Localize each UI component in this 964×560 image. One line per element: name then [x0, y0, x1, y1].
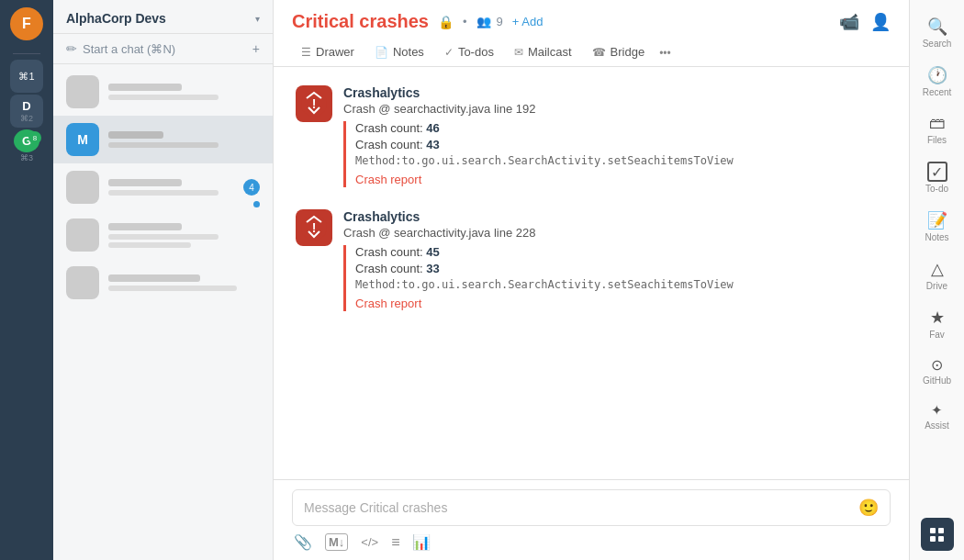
sidebar-sub2-placeholder: [108, 242, 191, 248]
workspace-3[interactable]: G 8 ⌘3: [10, 129, 43, 162]
input-toolbar: 📎 M↓ </> ≡ 📊: [292, 533, 891, 551]
search-label: Search: [923, 39, 952, 49]
notes-panel-item[interactable]: 📝 Notes: [910, 203, 964, 250]
message-input-box[interactable]: Message Critical crashes 🙂: [292, 489, 891, 526]
tab-notes-label: Notes: [393, 45, 424, 59]
sidebar-avatar: [66, 266, 99, 299]
tab-bridge[interactable]: ☎ Bridge: [583, 39, 655, 66]
github-panel-item[interactable]: ⊙ GitHub: [910, 349, 964, 393]
crash-subtitle-2: Crash @ searchactivity.java line 228: [343, 226, 887, 240]
message-2-body: Crash count: 45 Crash count: 33 Method:t…: [343, 245, 887, 311]
sidebar-compose[interactable]: ✏ Start a chat (⌘N) +: [53, 34, 273, 64]
sidebar-item-active[interactable]: M: [53, 116, 273, 163]
crash-report-link-1[interactable]: Crash report: [355, 173, 421, 186]
markdown-button[interactable]: M↓: [325, 533, 348, 551]
recent-panel-item[interactable]: 🕐 Recent: [910, 58, 964, 105]
assist-panel-item[interactable]: ✦ Assist: [910, 395, 964, 438]
workspace-2-label: ⌘2: [20, 114, 33, 123]
todo-panel-item[interactable]: ✓ To-do: [910, 154, 964, 201]
files-panel-item[interactable]: 🗃 Files: [910, 106, 964, 152]
sidebar-item[interactable]: [53, 259, 273, 307]
tab-todos[interactable]: ✓ To-dos: [435, 39, 503, 66]
sidebar-header: AlphaCorp Devs ▾: [53, 0, 273, 34]
right-panel: 🔍 Search 🕐 Recent 🗃 Files ✓ To-do 📝 Note…: [909, 0, 964, 560]
drive-panel-item[interactable]: △ Drive: [910, 252, 964, 298]
user-avatar[interactable]: F: [10, 7, 43, 40]
svg-text:!: !: [312, 96, 317, 111]
sidebar-sub-placeholder: [108, 142, 219, 148]
sidebar-sub-placeholder: [108, 234, 219, 240]
fav-icon: ★: [930, 308, 945, 328]
compose-label: Start a chat (⌘N): [83, 42, 175, 56]
sidebar: AlphaCorp Devs ▾ ✏ Start a chat (⌘N) + M: [53, 0, 274, 560]
tab-mailcast[interactable]: ✉ Mailcast: [505, 39, 581, 66]
sidebar-item[interactable]: [53, 68, 273, 116]
github-label: GitHub: [923, 375, 951, 386]
sidebar-avatar: [66, 171, 99, 204]
main-header: Critical crashes 🔒 • 👥 9 + Add 📹 👤 ☰ Dra…: [274, 0, 909, 67]
grid-dot: [930, 536, 936, 542]
messages-area: ! Crashalytics Crash @ searchactivity.ja…: [274, 67, 909, 479]
workspace-2[interactable]: D ⌘2: [10, 95, 43, 128]
sidebar-sub-placeholder: [108, 190, 219, 196]
grid-dot: [930, 528, 936, 533]
sidebar-chevron-icon[interactable]: ▾: [255, 14, 260, 24]
code-button[interactable]: </>: [361, 535, 378, 549]
sidebar-item[interactable]: [53, 211, 273, 259]
crash-count-line-4: Crash count: 33: [355, 262, 887, 275]
header-actions: 📹 👤: [839, 12, 891, 32]
sender-2-name: Crashalytics: [343, 209, 887, 224]
tab-drawer[interactable]: ☰ Drawer: [292, 39, 364, 66]
crash-report-link-2[interactable]: Crash report: [355, 297, 421, 310]
crashalytics-logo-1: !: [299, 89, 329, 118]
grid-view-button[interactable]: [921, 518, 954, 551]
notes-icon: 📝: [927, 210, 947, 230]
emoji-button[interactable]: 🙂: [858, 498, 879, 518]
unread-dot: [253, 201, 260, 207]
grid-dot: [938, 528, 944, 533]
compose-plus-icon[interactable]: +: [252, 41, 260, 56]
workspace-3-badge: 8: [28, 131, 41, 144]
crash-count-line-1: Crash count: 46: [355, 121, 887, 135]
message-1-body: Crash count: 46 Crash count: 43 Method:t…: [343, 121, 887, 187]
tab-notes[interactable]: 📄 Notes: [365, 39, 433, 66]
sender-1-name: Crashalytics: [343, 85, 887, 100]
files-label: Files: [927, 135, 947, 145]
message-block: ! Crashalytics Crash @ searchactivity.ja…: [296, 85, 887, 187]
lock-icon: 🔒: [438, 15, 454, 29]
crash-count-line-3: Crash count: 45: [355, 245, 887, 259]
chart-button[interactable]: 📊: [412, 533, 431, 551]
workspace-1-label: ⌘1: [18, 71, 34, 83]
message-input[interactable]: Message Critical crashes: [304, 500, 858, 515]
attachment-button[interactable]: 📎: [294, 533, 312, 551]
add-member-icon[interactable]: 👤: [870, 12, 891, 32]
todo-label: To-do: [925, 184, 948, 194]
message-1-content: Crashalytics Crash @ searchactivity.java…: [343, 85, 887, 187]
crash-method-2: Method:to.go.ui.search.SearchActivity.se…: [355, 278, 887, 291]
recent-label: Recent: [923, 87, 952, 97]
sidebar-name-placeholder: [108, 274, 200, 282]
sidebar-title: AlphaCorp Devs: [66, 11, 166, 26]
drive-label: Drive: [926, 281, 947, 291]
list-button[interactable]: ≡: [391, 534, 399, 551]
workspace-1[interactable]: ⌘1: [10, 60, 43, 93]
crash-method-1: Method:to.go.ui.search.SearchActivity.se…: [355, 154, 887, 167]
sidebar-item[interactable]: 4: [53, 163, 273, 211]
members-count: 9: [497, 15, 503, 28]
fav-panel-item[interactable]: ★ Fav: [910, 300, 964, 347]
mailcast-icon: ✉: [514, 46, 523, 59]
input-area: Message Critical crashes 🙂 📎 M↓ </> ≡ 📊: [274, 479, 909, 560]
tabs-more-icon[interactable]: •••: [656, 41, 675, 65]
video-icon[interactable]: 📹: [839, 12, 859, 32]
search-panel-item[interactable]: 🔍 Search: [910, 9, 964, 56]
add-members-button[interactable]: + Add: [512, 15, 544, 28]
github-icon: ⊙: [931, 356, 943, 374]
workspace-3-label: ⌘3: [20, 153, 33, 162]
sidebar-avatar: [66, 75, 99, 108]
main-tabs: ☰ Drawer 📄 Notes ✓ To-dos ✉ Mailcast ☎ B…: [292, 39, 891, 66]
assist-icon: ✦: [931, 402, 943, 419]
sidebar-sub-placeholder: [108, 95, 219, 100]
tab-bridge-label: Bridge: [611, 45, 645, 59]
search-icon: 🔍: [927, 17, 947, 37]
todo-icon: ✓: [927, 162, 947, 182]
